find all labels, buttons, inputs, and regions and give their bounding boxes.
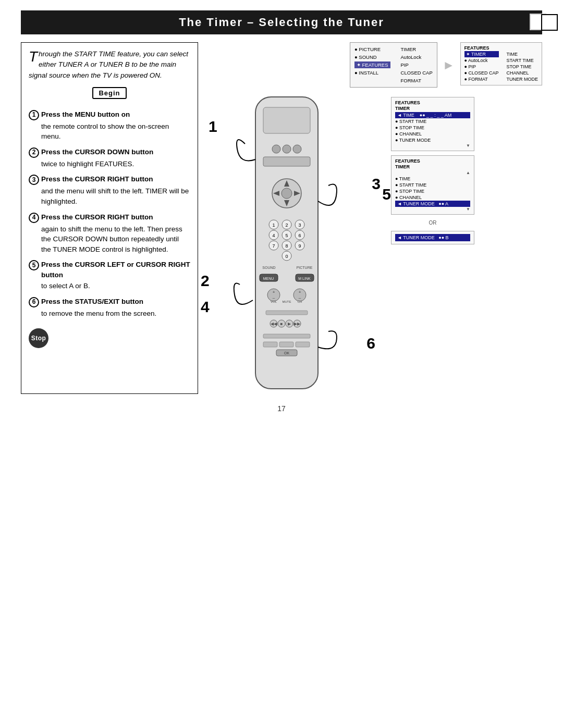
feat4-time: ● TIME bbox=[395, 176, 470, 182]
menu1-closedcap: CLOSED CAP bbox=[401, 69, 433, 76]
step-1-body: the remote control to show the on-screen… bbox=[29, 121, 190, 142]
feat2-autolock: ● AutoLock bbox=[464, 57, 499, 64]
feat5-tunermode-b: ◄ TUNER MODE ●● B bbox=[395, 234, 470, 241]
menu-screenshot-1: ● PICTURE ● SOUND ✦ FEATURES ● INSTALL T… bbox=[350, 42, 437, 88]
menu1-format: FORMAT bbox=[401, 77, 433, 84]
svg-text:OK: OK bbox=[284, 351, 289, 355]
step-6-title: Press the STATUS/EXIT button bbox=[41, 298, 143, 305]
step-4-body: again to shift the menu to the left. The… bbox=[29, 224, 190, 255]
svg-text:MENU: MENU bbox=[263, 277, 274, 280]
svg-text:7: 7 bbox=[272, 243, 275, 249]
step-2: 2 Press the CURSOR DOWN button twice to … bbox=[29, 147, 190, 169]
menu1-autolock: AutoLock bbox=[401, 54, 433, 60]
remote-area: 1 2 4 3 5 6 bbox=[203, 92, 386, 394]
svg-text:◀◀: ◀◀ bbox=[271, 322, 277, 326]
feat4-channel: ● CHANNEL bbox=[395, 194, 470, 201]
svg-text:1: 1 bbox=[272, 223, 275, 228]
svg-text:3: 3 bbox=[298, 223, 301, 228]
step-6-body: to remove the menu from the screen. bbox=[29, 309, 190, 319]
svg-text:–: – bbox=[273, 295, 275, 300]
menu-screenshot-3: FEATURES TIMER ◄ TIME ●● _ _ : _ _ AM ● … bbox=[391, 97, 474, 151]
main-content: Through the START TIME feature, you can … bbox=[21, 42, 542, 394]
menu1-install: ● INSTALL bbox=[354, 69, 390, 76]
svg-point-3 bbox=[283, 145, 291, 153]
step-4: 4 Press the CURSOR RIGHT button again to… bbox=[29, 212, 190, 255]
step-1-title: Press the MENU button on bbox=[41, 110, 130, 118]
svg-text:8: 8 bbox=[285, 243, 288, 249]
svg-text:SOUND: SOUND bbox=[262, 266, 275, 269]
step-overlay-5: 5 bbox=[382, 186, 391, 203]
page-number: 17 bbox=[0, 404, 563, 423]
step-3-num: 3 bbox=[29, 175, 39, 185]
feat3-stoptime: ● STOP TIME bbox=[395, 125, 470, 131]
step-6-num: 6 bbox=[29, 297, 39, 307]
svg-text:MUTE: MUTE bbox=[283, 300, 291, 303]
step-6: 6 Press the STATUS/EXIT button to remove… bbox=[29, 297, 190, 319]
step-5-title: Press the CURSOR LEFT or CURSOR RIGHT bu… bbox=[41, 261, 190, 279]
menu1-pip: PIP bbox=[401, 61, 433, 68]
svg-rect-58 bbox=[279, 342, 293, 347]
svg-text:■: ■ bbox=[280, 322, 283, 326]
step-2-title: Press the CURSOR DOWN button bbox=[41, 148, 153, 156]
feat2-format: ● FORMAT bbox=[464, 76, 499, 82]
step-overlay-2: 2 bbox=[201, 272, 210, 290]
svg-rect-57 bbox=[263, 342, 277, 347]
svg-text:CH: CH bbox=[298, 300, 302, 303]
menu1-sound: ● SOUND bbox=[354, 54, 390, 60]
intro-paragraph: Through the START TIME feature, you can … bbox=[29, 49, 190, 81]
svg-text:6: 6 bbox=[298, 233, 301, 238]
arrow-right-icon: ► bbox=[443, 58, 455, 72]
right-area: ● PICTURE ● SOUND ✦ FEATURES ● INSTALL T… bbox=[203, 42, 542, 394]
stop-badge: Stop bbox=[29, 328, 48, 348]
feat3-starttime: ● START TIME bbox=[395, 118, 470, 125]
step-4-num: 4 bbox=[29, 213, 39, 223]
right-menus-col: FEATURES TIMER ◄ TIME ●● _ _ : _ _ AM ● … bbox=[391, 97, 474, 244]
feat2-closedcap: ● CLOSED CAP bbox=[464, 70, 499, 76]
svg-rect-56 bbox=[263, 334, 310, 338]
feat2-pip: ● PIP bbox=[464, 64, 499, 70]
step-overlay-4: 4 bbox=[201, 298, 210, 316]
begin-badge: Begin bbox=[92, 87, 126, 99]
step-1-num: 1 bbox=[29, 110, 39, 120]
svg-text:PICTURE: PICTURE bbox=[297, 266, 313, 269]
page-wrapper: The Timer – Selecting the Tuner Through … bbox=[0, 10, 563, 423]
svg-rect-59 bbox=[296, 342, 310, 347]
step-overlay-3: 3 bbox=[372, 175, 381, 193]
page-header: The Timer – Selecting the Tuner bbox=[21, 10, 542, 34]
svg-text:+: + bbox=[273, 290, 275, 294]
top-menus-row: ● PICTURE ● SOUND ✦ FEATURES ● INSTALL T… bbox=[203, 42, 542, 88]
svg-text:▶: ▶ bbox=[288, 322, 291, 326]
step-overlay-6: 6 bbox=[366, 335, 375, 352]
middle-row: 1 2 4 3 5 6 bbox=[203, 92, 542, 394]
svg-point-2 bbox=[272, 145, 280, 153]
menu-screenshot-2: FEATURES ✦ TIMER ● AutoLock ● PIP ● CLOS… bbox=[460, 42, 542, 85]
svg-rect-5 bbox=[263, 157, 310, 166]
step-3-body: and the menu will shift to the left. TIM… bbox=[29, 186, 190, 206]
drop-cap: T bbox=[29, 50, 38, 63]
svg-text:M LINK: M LINK bbox=[298, 277, 311, 280]
svg-text:5: 5 bbox=[285, 233, 288, 238]
svg-text:+: + bbox=[299, 290, 301, 294]
menu-screenshot-4: FEATURES TIMER ▲ ● TIME ● START TIME ● S… bbox=[391, 155, 474, 215]
menu1-picture: ● PICTURE bbox=[354, 46, 390, 53]
menu-screenshot-5: ◄ TUNER MODE ●● B bbox=[391, 231, 474, 244]
svg-point-4 bbox=[293, 145, 301, 153]
remote-svg: 1 2 3 4 5 6 7 8 bbox=[203, 92, 370, 394]
feat4-stoptime: ● STOP TIME bbox=[395, 188, 470, 194]
svg-text:–: – bbox=[299, 295, 301, 300]
svg-rect-47 bbox=[266, 311, 308, 315]
feat3-channel: ● CHANNEL bbox=[395, 131, 470, 137]
step-overlay-1: 1 bbox=[209, 118, 217, 135]
svg-point-7 bbox=[282, 188, 292, 199]
step-2-num: 2 bbox=[29, 147, 39, 158]
svg-text:VOL: VOL bbox=[271, 300, 277, 303]
step-1: 1 Press the MENU button on the remote co… bbox=[29, 109, 190, 142]
step-5-body: to select A or B. bbox=[29, 281, 190, 291]
step-3-title: Press the CURSOR RIGHT button bbox=[41, 175, 153, 183]
svg-rect-1 bbox=[263, 107, 310, 133]
intro-text: hrough the START TIME feature, you can s… bbox=[29, 50, 188, 79]
step-3: 3 Press the CURSOR RIGHT button and the … bbox=[29, 174, 190, 206]
feat4-tunermode: ◄ TUNER MODE ●● A bbox=[395, 201, 470, 207]
step-5-num: 5 bbox=[29, 260, 39, 270]
svg-text:2: 2 bbox=[285, 223, 288, 228]
